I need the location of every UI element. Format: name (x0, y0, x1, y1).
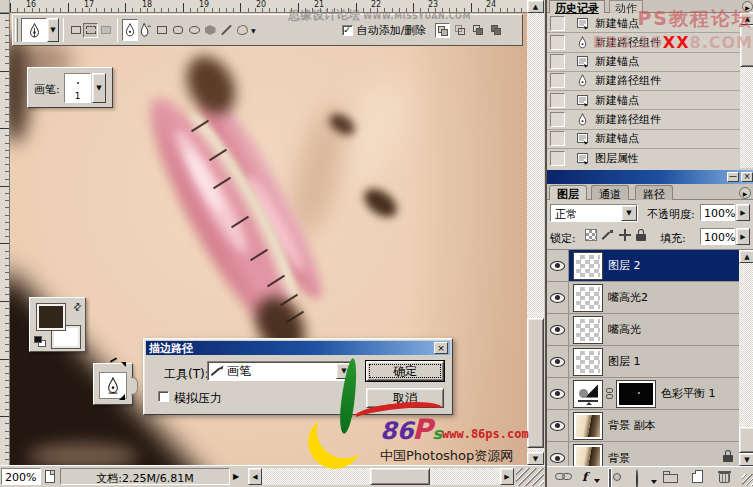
horizontal-scrollbar-thumb[interactable] (370, 468, 430, 485)
add-layer-mask-icon[interactable] (609, 470, 627, 484)
exclude-overlapping-areas-button[interactable] (489, 23, 504, 38)
swap-colors-icon[interactable]: ⇄ (70, 300, 84, 314)
cancel-button[interactable]: 取消 (366, 388, 444, 408)
layer-thumbnail[interactable] (574, 253, 602, 279)
layer-row[interactable]: 嘴高光2 (547, 282, 753, 314)
opacity-field[interactable]: 100% (700, 204, 735, 221)
visibility-toggle[interactable] (547, 378, 569, 409)
layer-row[interactable]: 背景 副本 (547, 410, 753, 442)
brush-preview[interactable]: 1 (64, 73, 91, 103)
intersect-shape-areas-button[interactable] (471, 23, 486, 38)
layer-style-icon[interactable]: f (582, 470, 600, 484)
options-bar-grip[interactable] (15, 18, 18, 42)
history-row[interactable]: 新建路径组件 (547, 110, 740, 129)
status-menu-arrow[interactable]: ▶ (233, 472, 239, 481)
link-layers-icon[interactable] (555, 470, 573, 484)
pen-tool-preset-button[interactable] (21, 18, 47, 42)
lock-all-icon[interactable] (636, 229, 646, 241)
freeform-pen-tool-button[interactable] (138, 19, 154, 41)
layer-row[interactable]: 图层 2 (547, 250, 753, 282)
scrollbar-thumb[interactable] (527, 318, 544, 448)
lock-position-icon[interactable] (619, 229, 631, 241)
window-resize-grip[interactable] (516, 468, 544, 486)
default-colors-icon[interactable] (34, 336, 46, 347)
lock-transparency-icon[interactable] (585, 229, 597, 241)
scroll-up-arrow[interactable]: ▲ (739, 250, 753, 263)
scroll-up-arrow[interactable]: ▲ (527, 0, 544, 13)
visibility-toggle[interactable] (547, 346, 569, 377)
visibility-toggle[interactable] (547, 410, 569, 441)
layer-row[interactable]: 图层 1 (547, 346, 753, 378)
tab-paths[interactable]: 路径 (635, 185, 673, 200)
rectangle-tool-button[interactable] (154, 19, 170, 41)
scroll-down-arrow[interactable]: ▼ (739, 453, 753, 466)
paths-mode-button[interactable] (83, 23, 98, 38)
line-tool-button[interactable] (218, 19, 234, 41)
history-source-well[interactable] (550, 112, 565, 127)
auto-add-delete-checkbox[interactable]: ✓ (342, 25, 353, 36)
fill-field[interactable]: 100% (700, 228, 735, 245)
rounded-rectangle-tool-button[interactable] (170, 19, 186, 41)
new-adjustment-layer-icon[interactable] (636, 470, 654, 484)
opacity-slider-arrow[interactable]: ▶ (736, 204, 750, 221)
tab-layers[interactable]: 图层 (549, 185, 587, 200)
subtract-from-shape-area-button[interactable] (453, 23, 468, 38)
new-group-icon[interactable] (663, 470, 681, 484)
tab-channels[interactable]: 通道 (591, 185, 629, 200)
history-source-well[interactable] (550, 151, 565, 166)
layer-mask-thumbnail[interactable] (617, 381, 655, 407)
foreground-color-swatch[interactable] (37, 304, 65, 330)
layers-panel-menu-button[interactable]: ▶ (739, 187, 751, 199)
dialog-titlebar[interactable]: 描边路径 × (146, 341, 450, 355)
blend-mode-select[interactable]: 正常 ▼ (550, 204, 638, 222)
layer-thumbnail[interactable] (574, 285, 602, 311)
panel-resize-grip[interactable] (742, 474, 753, 486)
canvas-vertical-scrollbar[interactable]: ▲ ▼ (527, 0, 544, 465)
layer-thumbnail[interactable] (574, 349, 602, 375)
layer-thumbnail[interactable] (574, 317, 602, 343)
ok-button[interactable]: 确定 (366, 361, 444, 381)
scrollbar-track[interactable] (739, 263, 753, 453)
chevron-down-icon[interactable]: ▼ (621, 205, 637, 221)
polygon-tool-button[interactable] (202, 19, 218, 41)
photo-layer-thumbnail[interactable] (574, 413, 602, 439)
simulate-pressure-checkbox[interactable] (158, 391, 169, 402)
preset-dropdown-arrow[interactable]: ▼ (47, 18, 59, 42)
layer-row[interactable]: 色彩平衡 1 (547, 378, 753, 410)
fill-pixels-mode-button[interactable] (98, 23, 113, 38)
minimize-button[interactable]: — (727, 172, 739, 182)
history-source-well[interactable] (550, 131, 565, 146)
zoom-level-field[interactable]: 200% (1, 468, 41, 485)
history-row[interactable]: 新建路径组件 (547, 72, 740, 91)
layers-panel-titlebar[interactable]: — × (547, 170, 753, 184)
ellipse-tool-button[interactable] (186, 19, 202, 41)
delete-layer-icon[interactable] (717, 470, 735, 484)
horizontal-scrollbar-track[interactable] (262, 468, 500, 485)
history-source-well[interactable] (550, 54, 565, 69)
scrollbar-thumb[interactable] (739, 427, 753, 453)
add-to-shape-area-button[interactable] (435, 23, 450, 38)
history-row[interactable]: 图层属性 (547, 149, 740, 168)
history-source-well[interactable] (550, 35, 565, 50)
history-source-well[interactable] (550, 93, 565, 108)
shape-options-arrow[interactable]: ▼ (251, 27, 256, 34)
lock-paint-icon[interactable] (602, 229, 614, 241)
layer-row[interactable]: 嘴高光 (547, 314, 753, 346)
new-layer-icon[interactable] (690, 470, 708, 484)
scroll-down-arrow[interactable]: ▼ (527, 452, 544, 465)
custom-shape-tool-button[interactable] (234, 19, 250, 41)
fill-slider-arrow[interactable]: ▶ (736, 228, 750, 245)
visibility-toggle[interactable] (547, 442, 569, 466)
chevron-down-icon[interactable]: ▼ (336, 363, 352, 379)
visibility-toggle[interactable] (547, 250, 569, 281)
scroll-left-arrow[interactable]: ◀ (248, 468, 262, 485)
visibility-toggle[interactable] (547, 314, 569, 345)
history-row[interactable]: 新建锚点 (547, 53, 740, 72)
history-row[interactable]: 新建锚点 (547, 130, 740, 149)
history-source-well[interactable] (550, 16, 565, 31)
photo-layer-thumbnail[interactable] (574, 445, 602, 466)
layer-row[interactable]: 背景 (547, 442, 753, 466)
pen-tool-button[interactable] (122, 19, 138, 41)
layers-scrollbar[interactable]: ▲ ▼ (739, 250, 753, 466)
scroll-right-arrow[interactable]: ▶ (500, 468, 514, 485)
